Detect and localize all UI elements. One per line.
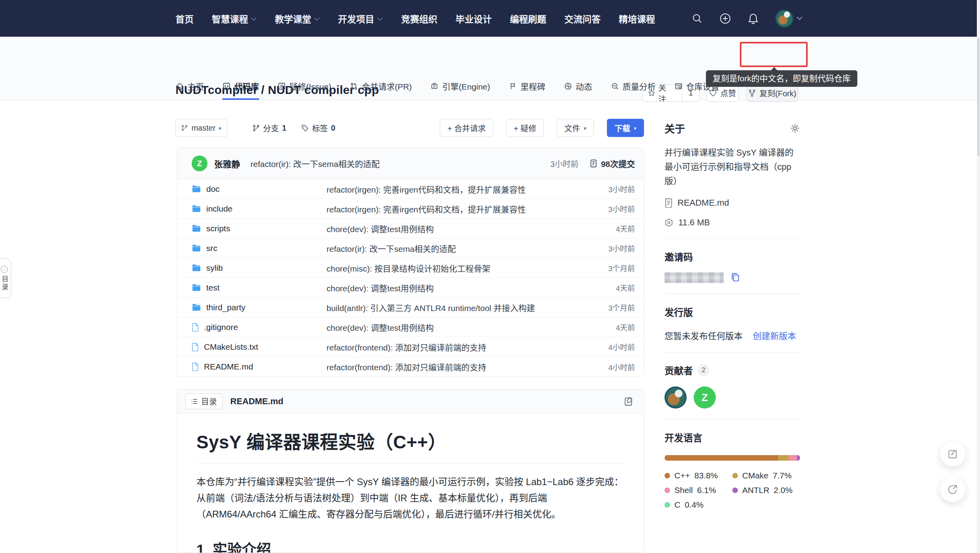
- nav-item-training[interactable]: 精培课程: [619, 12, 655, 25]
- top-navbar: 首页 智慧课程 教学课堂 开发项目 竞赛组织 毕业设计 编程刷题 交流问答 精培…: [0, 0, 980, 37]
- user-avatar[interactable]: [775, 9, 793, 28]
- branch-icon: [181, 124, 188, 131]
- avatar[interactable]: [665, 386, 687, 409]
- file-name[interactable]: src: [206, 244, 217, 253]
- readme-header: 目录 README.md: [177, 390, 644, 413]
- table-row[interactable]: src refactor(ir): 改一下sema相关的适配 3小时前: [177, 238, 644, 258]
- file-browser-card: Z 张雅静 refactor(ir): 改一下sema相关的适配 3小时前 98…: [177, 148, 644, 377]
- nav-item-home[interactable]: 首页: [175, 12, 194, 25]
- download-button[interactable]: 下载▾: [607, 119, 644, 137]
- file-name[interactable]: sylib: [206, 263, 223, 273]
- share-button[interactable]: [940, 477, 965, 502]
- table-row[interactable]: README.md refactor(frontend): 添加对只编译前端的支…: [177, 357, 644, 377]
- commits-count-link[interactable]: 98次提交: [590, 157, 635, 169]
- table-row[interactable]: third_party build(antlr): 引入第三方 ANTLR4 r…: [177, 298, 644, 317]
- table-row[interactable]: doc refactor(irgen): 完善irgen代码和文档，提升扩展兼容…: [177, 179, 644, 199]
- feedback-button[interactable]: [940, 441, 965, 467]
- file-commit-message[interactable]: refactor(frontend): 添加对只编译前端的支持: [327, 361, 486, 373]
- nav-item-graduation[interactable]: 毕业设计: [455, 12, 492, 25]
- committer-avatar[interactable]: Z: [192, 156, 207, 171]
- bell-icon[interactable]: [747, 13, 759, 24]
- branch-selector[interactable]: master ▾: [175, 119, 227, 137]
- file-name[interactable]: include: [206, 204, 233, 214]
- file-name[interactable]: README.md: [204, 362, 253, 371]
- language-legend-item: C0.4%: [665, 500, 732, 510]
- tags-stat[interactable]: 标签0: [301, 122, 335, 134]
- repository-page: 首页 智慧课程 教学课堂 开发项目 竞赛组织 毕业设计 编程刷题 交流问答 精培…: [0, 0, 980, 553]
- file-commit-message[interactable]: chore(misc): 按目录结构设计初始化工程骨架: [327, 262, 490, 274]
- releases-empty-text: 您暂未发布任何版本: [665, 329, 743, 341]
- file-name[interactable]: test: [206, 283, 220, 292]
- file-commit-message[interactable]: build(antlr): 引入第三方 ANTLR4 runtime/tool …: [327, 302, 535, 313]
- table-row[interactable]: CMakeLists.txt refactor(frontend): 添加对只编…: [177, 337, 644, 357]
- nav-item-competitions[interactable]: 竞赛组织: [401, 12, 437, 25]
- copy-icon[interactable]: [730, 272, 741, 283]
- file-commit-message[interactable]: chore(dev): 调整test用例结构: [327, 321, 434, 333]
- search-icon[interactable]: [691, 13, 703, 24]
- repo-tabs: 主页 代码库 疑修(Issue) 合并请求(PR) 引擎(Engine) 里程碑: [175, 80, 719, 100]
- commit-author[interactable]: 张雅静: [214, 157, 240, 170]
- file-name[interactable]: scripts: [206, 224, 230, 233]
- tab-milestones[interactable]: 里程碑: [509, 80, 545, 100]
- issue-icon: [278, 82, 286, 90]
- user-menu[interactable]: [775, 9, 803, 28]
- file-menu-button[interactable]: 文件▾: [557, 119, 594, 137]
- nav-item-teaching[interactable]: 教学课堂: [275, 12, 320, 25]
- toc-side-tab[interactable]: › 目录: [0, 259, 11, 298]
- nav-item-qa[interactable]: 交流问答: [564, 12, 601, 25]
- nav-right-cluster: [691, 0, 803, 37]
- file-commit-message[interactable]: refactor(ir): 改一下sema相关的适配: [327, 242, 456, 254]
- readme-link-row[interactable]: README.md: [665, 198, 800, 208]
- tab-home[interactable]: 主页: [175, 80, 204, 100]
- tab-quality[interactable]: 质量分析: [611, 80, 656, 100]
- tab-activity[interactable]: 动态: [564, 80, 592, 100]
- file-name[interactable]: doc: [206, 184, 220, 194]
- file-commit-message[interactable]: refactor(frontend): 添加对只编译前端的支持: [327, 341, 486, 353]
- nav-item-smart-courses[interactable]: 智慧课程: [212, 12, 257, 25]
- file-icon: [192, 323, 199, 332]
- readme-body: SysY 编译器课程实验（C++） 本仓库为“并行编译课程实验”提供一个 Sys…: [177, 413, 644, 553]
- toc-side-tab-label: 目录: [0, 276, 9, 291]
- file-name[interactable]: third_party: [206, 303, 245, 312]
- table-row[interactable]: include refactor(irgen): 完善irgen代码和文档，提升…: [177, 199, 644, 219]
- table-row[interactable]: test chore(dev): 调整test用例结构 4天前: [177, 278, 644, 298]
- new-pr-button[interactable]: + 合并请求: [440, 119, 493, 137]
- tab-issues[interactable]: 疑修(Issue): [278, 80, 331, 100]
- table-row[interactable]: sylib chore(misc): 按目录结构设计初始化工程骨架 3个月前: [177, 258, 644, 278]
- file-time: 3小时前: [608, 184, 635, 194]
- plus-circle-icon[interactable]: [719, 13, 731, 24]
- scrollbar-track[interactable]: [977, 0, 980, 553]
- file-commit-message[interactable]: refactor(irgen): 完善irgen代码和文档，提升扩展兼容性: [327, 183, 526, 195]
- language-legend-item: CMake7.7%: [732, 471, 800, 480]
- readme-filename: README.md: [230, 396, 283, 407]
- chevron-down-icon: ▾: [219, 125, 222, 131]
- nav-item-coding-practice[interactable]: 编程刷题: [510, 12, 546, 25]
- scrollbar-thumb[interactable]: [977, 38, 980, 156]
- tab-engine[interactable]: 引擎(Engine): [430, 80, 490, 100]
- table-row[interactable]: .gitignore chore(dev): 调整test用例结构 4天前: [177, 317, 644, 337]
- commit-message[interactable]: refactor(ir): 改一下sema相关的适配: [250, 157, 380, 169]
- file-commit-message[interactable]: chore(dev): 调整test用例结构: [327, 282, 434, 294]
- table-row[interactable]: scripts chore(dev): 调整test用例结构 4天前: [177, 219, 644, 238]
- language-segment-antlr: [797, 455, 800, 461]
- readme-section-heading: 1. 实验介绍: [196, 538, 625, 553]
- create-release-link[interactable]: 创建新版本: [753, 329, 796, 341]
- avatar[interactable]: Z: [694, 386, 716, 409]
- toc-button[interactable]: 目录: [185, 394, 222, 409]
- file-name[interactable]: .gitignore: [204, 322, 238, 332]
- invite-code-row: [665, 272, 800, 283]
- nav-item-dev-projects[interactable]: 开发项目: [338, 12, 383, 25]
- chevron-down-icon: ▾: [584, 125, 586, 131]
- new-issue-button[interactable]: + 疑修: [506, 119, 544, 137]
- branches-stat[interactable]: 分支1: [252, 122, 286, 134]
- language-segment-c: [800, 455, 800, 461]
- tab-code[interactable]: 代码库: [222, 80, 259, 100]
- edit-icon[interactable]: [624, 396, 634, 407]
- folder-icon: [192, 244, 201, 252]
- file-name[interactable]: CMakeLists.txt: [204, 342, 258, 352]
- file-commit-message[interactable]: refactor(irgen): 完善irgen代码和文档，提升扩展兼容性: [327, 203, 526, 215]
- gear-icon[interactable]: [790, 123, 800, 133]
- language-bar: [665, 455, 800, 461]
- tab-pull-requests[interactable]: 合并请求(PR): [350, 80, 412, 100]
- file-commit-message[interactable]: chore(dev): 调整test用例结构: [327, 223, 434, 234]
